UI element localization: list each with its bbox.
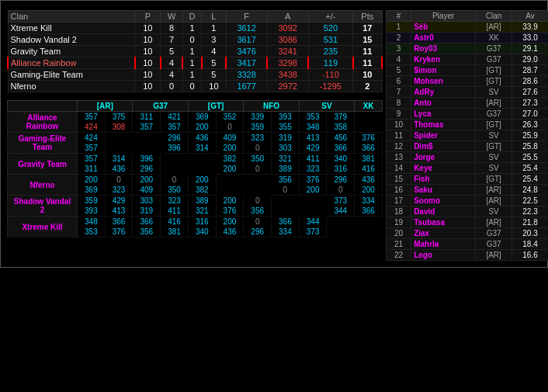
mvp-player: Keye (411, 163, 476, 174)
col-pm: +/- (308, 11, 352, 23)
drawn: 1 (182, 69, 201, 81)
won: 8 (161, 23, 182, 34)
mvp-player: David (411, 206, 476, 217)
goal-diff: 119 (308, 57, 352, 69)
played: 10 (135, 57, 161, 69)
result-cell: 356 (133, 227, 161, 238)
mvp-avg: 33.9 (512, 22, 548, 33)
result-cell: 323 (161, 196, 189, 206)
result-cell: 366 (272, 217, 300, 227)
mvp-row: 9 Lyca G37 27.0 (387, 109, 549, 120)
mvp-rank: 1 (387, 22, 411, 33)
mvp-row: 14 Keye SV 25.4 (387, 163, 549, 174)
mvp-rank: 8 (387, 98, 411, 109)
team-label: Alliance Rainbow (8, 112, 78, 133)
won: 0 (161, 81, 182, 92)
result-cell: 413 (299, 133, 327, 144)
result-cell: 200 (216, 143, 244, 154)
result-cell: 311 (78, 164, 106, 175)
result-col-header: [GT] (188, 101, 243, 112)
mvp-avg: 27.3 (512, 98, 548, 109)
col-rank: # (387, 11, 411, 22)
mvp-rank: 21 (387, 239, 411, 250)
mvp-clan: [GT] (476, 65, 512, 76)
mvp-avg: 22.5 (512, 196, 548, 206)
mvp-avg: 25.4 (512, 174, 548, 185)
results-row-top: Gravity Team357314396382350321411340381 (8, 154, 383, 165)
result-cell: 348 (78, 217, 106, 227)
mvp-rank: 16 (387, 185, 411, 196)
mvp-rank: 18 (387, 206, 411, 217)
mvp-row: 10 Thomas [GT] 26.3 (387, 120, 549, 130)
team-label: Shadow Vandal 2 (8, 196, 78, 217)
played: 10 (135, 34, 161, 46)
result-cell (327, 227, 355, 238)
clan-name: Alliance Rainbow (8, 57, 135, 69)
mvp-row: 7 AdRy SV 27.6 (387, 87, 549, 98)
result-cell: 381 (161, 227, 189, 238)
mvp-avg: 21.8 (512, 217, 548, 228)
mvp-row: 15 Fish [GT] 25.4 (387, 174, 549, 185)
mvp-clan: G37 (476, 228, 512, 239)
result-cell: 424 (78, 133, 106, 144)
standings-table: Clan P W D L F A +/- Pts Xtreme Kill 10 … (7, 10, 383, 92)
result-cell: 411 (161, 206, 189, 217)
mvp-row: 4 Kryken G37 29.0 (387, 54, 549, 65)
result-cell: 359 (78, 196, 106, 206)
goals-for: 1677 (226, 81, 267, 92)
result-cell: 416 (355, 164, 383, 175)
result-cell: 200 (188, 175, 216, 186)
goals-against: 3438 (267, 69, 308, 81)
result-col-header: [AR] (78, 101, 133, 112)
mvp-player: $imon (411, 65, 476, 76)
result-cell: 323 (244, 133, 272, 144)
mvp-row: 17 Soomo [AR] 22.5 (387, 196, 549, 206)
mvp-avg: 20.3 (512, 228, 548, 239)
won: 5 (161, 46, 182, 57)
result-col-header: SV (299, 101, 354, 112)
result-cell: 366 (133, 217, 161, 227)
mvp-row: 1 Séb [AR] 33.9 (387, 22, 549, 33)
standings-row: Gravity Team 10 5 1 4 3476 3241 235 11 (8, 46, 382, 57)
result-cell: 356 (272, 175, 300, 186)
col-l: L (202, 11, 226, 23)
mvp-clan: [AR] (476, 217, 512, 228)
result-cell (355, 217, 383, 227)
result-cell (216, 185, 244, 196)
mvp-avg: 28.7 (512, 65, 548, 76)
result-cell (188, 164, 216, 175)
result-cell (105, 143, 133, 154)
result-cell: 308 (105, 122, 133, 133)
result-cell: 348 (299, 122, 327, 133)
mvp-clan: SV (476, 152, 512, 163)
result-cell: 373 (327, 196, 355, 206)
mvp-clan: [AR] (476, 22, 512, 33)
result-cell: 376 (105, 227, 133, 238)
mvp-row: 16 Saku [AR] 24.8 (387, 185, 549, 196)
mvp-player: Lyca (411, 109, 476, 120)
standings-row: Gaming-Elite Team 10 4 1 5 3328 3438 -11… (8, 69, 382, 81)
mvp-avg: 29.0 (512, 54, 548, 65)
result-cell: 369 (188, 112, 216, 123)
result-cell: 429 (105, 196, 133, 206)
result-cell: 366 (355, 206, 383, 217)
mvp-avg: 25.4 (512, 163, 548, 174)
mvp-player: Ziax (411, 228, 476, 239)
lost: 10 (202, 81, 226, 92)
clan-name: Nferno (8, 81, 135, 92)
mvp-row: 21 Mahrla G37 18.4 (387, 239, 549, 250)
mvp-player: Saku (411, 185, 476, 196)
goals-against: 3086 (267, 34, 308, 46)
result-cell: 389 (272, 164, 300, 175)
goals-against: 3298 (267, 57, 308, 69)
mvp-clan: G37 (476, 54, 512, 65)
mvp-avg: 25.5 (512, 152, 548, 163)
result-cell (299, 206, 327, 217)
mvp-rank: 4 (387, 54, 411, 65)
goal-diff: 520 (308, 23, 352, 34)
played: 10 (135, 23, 161, 34)
mvp-clan: SV (476, 206, 512, 217)
result-cell: 200 (78, 175, 106, 186)
col-a: A (267, 11, 308, 23)
results-row-top: Nferno20002000200356376296436 (8, 175, 383, 186)
